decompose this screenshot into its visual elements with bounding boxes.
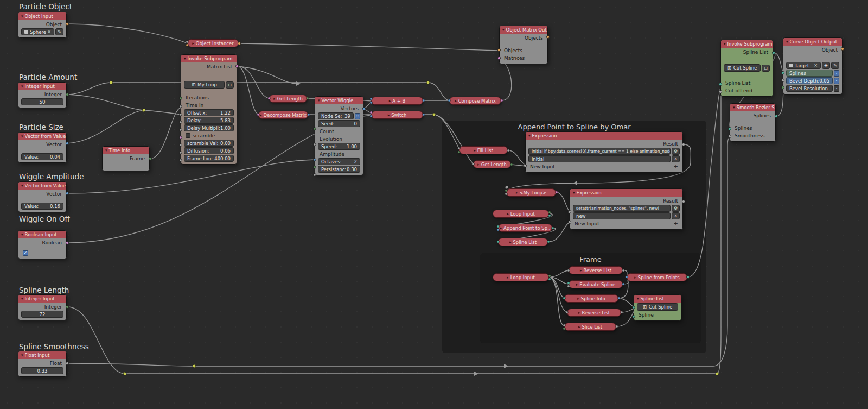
node-spline-list-pill[interactable]: ▸Spline List xyxy=(498,238,548,246)
node-a-plus-b[interactable]: ▸A + B xyxy=(371,97,423,105)
eyedropper-button[interactable]: ✎ xyxy=(831,62,839,69)
node-seed-slider[interactable]: Node Se:39 xyxy=(318,112,354,119)
target-object-field[interactable]: Target × xyxy=(786,62,821,69)
node-time-info[interactable]: ▾Time Info Frame xyxy=(102,146,150,171)
integer-value-field[interactable]: 72 xyxy=(21,311,63,318)
node-header[interactable]: ▾Vector from Value xyxy=(18,133,66,140)
eyedropper-button[interactable]: ✎ xyxy=(55,28,63,35)
collapse-arrow-icon[interactable]: ▸ xyxy=(578,311,580,315)
scramble-checkbox[interactable] xyxy=(186,133,190,138)
collapse-arrow-icon[interactable]: ▸ xyxy=(192,41,194,46)
collapse-arrow-icon[interactable]: ▸ xyxy=(509,240,512,244)
node-get-length-1[interactable]: ▸Get Length xyxy=(269,95,307,103)
node-get-length-2[interactable]: ▸Get Length xyxy=(473,160,511,168)
node-header[interactable]: ▾Vector Wiggle xyxy=(315,97,363,104)
node-spline-info[interactable]: ▸Spline Info xyxy=(564,294,618,303)
collapse-arrow-icon[interactable]: ▸ xyxy=(389,99,391,103)
node-header[interactable]: ▾Curve Object Output xyxy=(783,38,842,46)
collapse-arrow-icon[interactable]: ▸ xyxy=(477,162,480,167)
expression-settings-button[interactable]: ⚙ xyxy=(672,148,680,155)
value-slider[interactable]: Value:0.16 xyxy=(21,203,63,210)
node-loop-input-2[interactable]: ▸Loop Input xyxy=(493,273,549,281)
collapse-arrow-icon[interactable]: ▸ xyxy=(576,282,578,287)
node-object-input[interactable]: ▾Object Input Object Sphere... × ✎ xyxy=(18,12,67,38)
expression-input-name-field[interactable]: new xyxy=(573,212,671,219)
node-append-point-to-spline[interactable]: ▸Append Point to Sp.. xyxy=(498,224,552,232)
collapse-arrow-icon[interactable]: ▾ xyxy=(21,184,23,188)
collapse-arrow-icon[interactable]: ▸ xyxy=(634,275,636,280)
collapse-arrow-icon[interactable]: ▾ xyxy=(21,353,23,357)
node-object-matrix-output[interactable]: ▾Object Matrix Out.. Objects Objects Mat… xyxy=(499,26,548,64)
collapse-arrow-icon[interactable]: ▸ xyxy=(474,148,476,153)
node-header[interactable]: ▾Invoke Subprogram xyxy=(721,40,773,48)
extra-link-toggle[interactable]: • xyxy=(834,78,839,84)
node-loop-input-1[interactable]: ▸Loop Input xyxy=(493,210,549,218)
collapse-arrow-icon[interactable]: ▸ xyxy=(580,268,582,273)
duplicate-subprogram-button[interactable]: ⊡ xyxy=(226,81,234,89)
node-invoke-subprogram-my-loop[interactable]: ▾Invoke Subprogram Matrix List ⊞My Loop … xyxy=(181,54,237,165)
node-header[interactable]: ▾Integer Input xyxy=(18,295,66,303)
collapse-arrow-icon[interactable]: ▾ xyxy=(637,297,639,301)
node-spline-from-points[interactable]: ▸Spline from Points xyxy=(627,273,687,281)
new-object-button[interactable]: ✚ xyxy=(822,62,830,69)
collapse-arrow-icon[interactable]: ▾ xyxy=(184,56,186,61)
node-integer-input-amount[interactable]: ▾Integer Input Integer 50 xyxy=(18,82,67,108)
collapse-arrow-icon[interactable]: ▾ xyxy=(21,14,23,18)
expression-input-name-field[interactable]: initial xyxy=(528,155,671,162)
collapse-arrow-icon[interactable]: ▾ xyxy=(21,134,23,139)
seed-options-button[interactable]: ∷ xyxy=(355,113,360,119)
collapse-arrow-icon[interactable]: ▾ xyxy=(528,134,531,138)
value-slider[interactable]: Value:0.04 xyxy=(21,153,63,160)
subprogram-select-button[interactable]: ⊞Cut Spline xyxy=(724,64,761,72)
collapse-arrow-icon[interactable]: ▾ xyxy=(21,84,23,89)
float-value-field[interactable]: 0.33 xyxy=(21,367,63,374)
delay-multiplier-slider[interactable]: Delay Multipli:1.00 xyxy=(184,124,234,131)
remove-input-button[interactable]: × xyxy=(672,155,680,162)
collapse-arrow-icon[interactable]: ▸ xyxy=(577,297,579,301)
collapse-arrow-icon[interactable]: ▸ xyxy=(507,212,509,216)
node-header[interactable]: ▾Vector from Value xyxy=(18,182,66,190)
new-input-row[interactable]: New Input+ xyxy=(526,163,682,170)
collapse-arrow-icon[interactable]: ▸ xyxy=(455,99,457,103)
clear-object-icon[interactable]: × xyxy=(47,29,51,34)
node-invoke-subprogram-cut-spline[interactable]: ▾Invoke Subprogram Spline List ⊞Cut Spli… xyxy=(720,40,773,97)
collapse-arrow-icon[interactable]: ▾ xyxy=(21,297,23,301)
remove-input-button[interactable]: × xyxy=(672,212,680,219)
node-slice-list[interactable]: ▸Slice List xyxy=(564,323,616,331)
node-switch[interactable]: ▸Switch xyxy=(371,111,423,119)
expression-code-field[interactable]: initial if bpy.data.scenes[0].frame_curr… xyxy=(528,148,671,155)
collapse-arrow-icon[interactable]: ▾ xyxy=(733,105,735,110)
node-spline-list-green[interactable]: ▾Spline List ⊞Cut Spline Spline xyxy=(634,294,681,321)
collapse-arrow-icon[interactable]: ▾ xyxy=(573,191,575,195)
object-picker-field[interactable]: Sphere... × xyxy=(21,28,54,35)
node-header[interactable]: ▾Spline List xyxy=(634,295,681,303)
collapse-arrow-icon[interactable]: ▾ xyxy=(502,28,505,32)
add-input-icon[interactable]: + xyxy=(674,163,678,169)
extra-link-toggle[interactable]: • xyxy=(834,85,839,92)
node-header[interactable]: ▾Time Info xyxy=(103,147,149,154)
collapse-arrow-icon[interactable]: ▾ xyxy=(21,232,23,237)
integer-value-field[interactable]: 50 xyxy=(21,98,63,105)
delay-slider[interactable]: Delay:5.83 xyxy=(184,117,234,124)
frame-loop-slider[interactable]: Frame Loo:400.00 xyxy=(184,155,234,162)
collapse-arrow-icon[interactable]: ▸ xyxy=(273,97,276,101)
offset-x-slider[interactable]: Offset x:1.22 xyxy=(184,109,234,116)
bevel-depth-slider[interactable]: Bevel Depth:0.05 xyxy=(786,77,833,84)
collapse-arrow-icon[interactable]: ▾ xyxy=(318,98,320,103)
node-reverse-list-2[interactable]: ▸Reverse List xyxy=(567,309,621,317)
node-vector-wiggle[interactable]: ▾Vector Wiggle Vectors Node Se:39 ∷ Seed… xyxy=(315,96,363,175)
node-boolean-input[interactable]: ▾Boolean Input Boolean ✓ xyxy=(18,230,67,259)
collapse-arrow-icon[interactable]: ▸ xyxy=(500,226,502,230)
collapse-arrow-icon[interactable]: ▸ xyxy=(507,275,509,280)
node-reverse-list-1[interactable]: ▸Reverse List xyxy=(569,266,623,274)
expression-settings-button[interactable]: ⚙ xyxy=(672,205,680,212)
node-evaluate-spline[interactable]: ▸Evaluate Spline xyxy=(569,280,623,288)
collapse-arrow-icon[interactable]: ▾ xyxy=(105,148,107,153)
bevel-resolution-row[interactable]: Bevel Resolution xyxy=(786,85,833,92)
collapse-arrow-icon[interactable]: ▸ xyxy=(578,325,580,329)
node-smooth-bezier-spline[interactable]: ▾Smooth Bezier Spl.. Splines Splines Smo… xyxy=(730,103,776,142)
node-compose-matrix[interactable]: ▸Compose Matrix xyxy=(449,97,501,105)
add-input-icon[interactable]: + xyxy=(674,221,678,226)
node-integer-input-length[interactable]: ▾Integer Input Integer 72 xyxy=(18,294,67,320)
collapse-arrow-icon[interactable]: ▸ xyxy=(388,113,390,117)
